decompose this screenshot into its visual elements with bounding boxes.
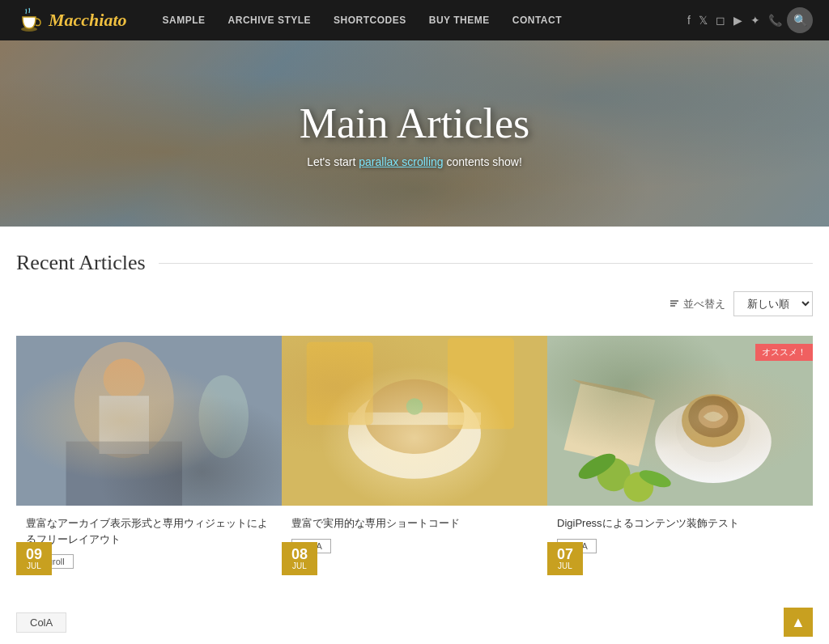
article-image-coffee: オススメ！ — [547, 336, 813, 506]
section-divider — [159, 263, 813, 264]
sort-bar: 並べ替え 新しい順 — [16, 291, 813, 316]
card-content: DigiPressによるコンテンツ装飾テスト Cat A — [547, 506, 813, 560]
svg-rect-15 — [307, 342, 373, 426]
bottom-bar: ColA ▲ — [0, 600, 829, 644]
date-month: Jul — [24, 561, 44, 570]
article-grid: 09 Jul 豊富なアーカイブ表示形式と専用ウィジェットによるフリーレイアウト … — [16, 336, 813, 575]
section-title: Recent Articles — [16, 251, 146, 275]
date-month: Jul — [290, 561, 309, 570]
article-title: 豊富で実用的な専用ショートコード — [291, 515, 538, 532]
svg-point-12 — [365, 379, 465, 454]
date-badge: 09 Jul — [16, 542, 52, 575]
svg-rect-13 — [348, 413, 481, 425]
feather-icon[interactable]: ✦ — [750, 14, 760, 27]
nav-shortcodes[interactable]: Shortcodes — [322, 15, 418, 26]
col-a-label: ColA — [16, 612, 66, 633]
svg-point-6 — [104, 358, 145, 400]
coffee-illustration — [547, 336, 813, 506]
card-content: 豊富なアーカイブ表示形式と専用ウィジェットによるフリーレイアウト Blogrol… — [16, 506, 282, 575]
svg-rect-10 — [282, 336, 547, 506]
article-card: 08 Jul 豊富で実用的な専用ショートコード Cat A — [282, 336, 547, 575]
date-day: 07 — [555, 547, 575, 561]
main-nav: Sample Archive Style Shortcodes Buy Them… — [151, 15, 680, 26]
article-title: 豊富なアーカイブ表示形式と専用ウィジェットによるフリーレイアウト — [26, 515, 272, 547]
hero-content: Main Articles Let's start parallax scrol… — [0, 40, 829, 227]
hero-section: Main Articles Let's start parallax scrol… — [0, 40, 829, 227]
date-month: Jul — [555, 561, 575, 570]
sort-icon — [669, 299, 680, 310]
svg-point-9 — [199, 375, 249, 459]
svg-marker-24 — [572, 379, 656, 400]
article-card: オススメ！ 07 Jul DigiPressによるコンテンツ装飾テスト Cat … — [547, 336, 813, 575]
svg-rect-17 — [547, 336, 813, 506]
main-content: Recent Articles 並べ替え 新しい順 — [0, 227, 829, 591]
nav-buy-theme[interactable]: Buy Theme — [418, 15, 501, 26]
nav-contact[interactable]: Contact — [501, 15, 573, 26]
hero-title: Main Articles — [300, 100, 530, 147]
instagram-icon[interactable]: ◻ — [716, 14, 725, 27]
svg-point-25 — [597, 458, 631, 491]
sort-dropdown[interactable]: 新しい順 — [733, 291, 813, 316]
svg-rect-7 — [100, 396, 150, 454]
svg-rect-8 — [66, 442, 183, 506]
svg-point-26 — [623, 472, 653, 502]
date-badge: 08 Jul — [282, 542, 317, 575]
svg-point-20 — [682, 394, 745, 447]
youtube-icon[interactable]: ▶ — [733, 14, 742, 27]
svg-point-14 — [406, 398, 423, 415]
article-card: 09 Jul 豊富なアーカイブ表示形式と専用ウィジェットによるフリーレイアウト … — [16, 336, 282, 575]
search-button[interactable]: 🔍 — [787, 7, 813, 33]
rec-badge: オススメ！ — [755, 344, 813, 361]
phone-icon[interactable]: 📞 — [768, 14, 782, 27]
scroll-top-button[interactable]: ▲ — [784, 608, 813, 637]
svg-point-5 — [74, 342, 174, 459]
article-image-man — [16, 336, 282, 506]
logo-text: Macchiato — [49, 10, 127, 31]
svg-point-27 — [575, 449, 619, 484]
svg-point-28 — [637, 467, 673, 490]
svg-point-18 — [655, 400, 772, 483]
man-illustration — [16, 336, 282, 506]
svg-point-21 — [688, 396, 738, 437]
cake-illustration — [282, 336, 547, 506]
twitter-icon[interactable]: 𝕏 — [699, 14, 708, 27]
article-title: DigiPressによるコンテンツ装飾テスト — [557, 515, 803, 532]
social-icons: f 𝕏 ◻ ▶ ✦ 📞 — [687, 14, 782, 27]
svg-point-22 — [699, 405, 729, 429]
coffee-cup-icon — [16, 7, 42, 33]
date-day: 08 — [290, 547, 309, 561]
hero-subtitle: Let's start parallax scrolling contents … — [307, 155, 522, 168]
parallax-link[interactable]: parallax scrolling — [359, 155, 443, 168]
date-day: 09 — [24, 547, 44, 561]
nav-sample[interactable]: Sample — [151, 15, 217, 26]
svg-point-19 — [676, 396, 750, 462]
nav-archive-style[interactable]: Archive Style — [217, 15, 323, 26]
svg-rect-4 — [16, 336, 282, 506]
svg-marker-23 — [564, 383, 656, 467]
date-badge: 07 Jul — [547, 542, 583, 575]
svg-rect-16 — [448, 338, 514, 430]
section-header: Recent Articles — [16, 251, 813, 275]
svg-point-11 — [348, 388, 481, 479]
logo[interactable]: Macchiato — [16, 7, 127, 33]
article-image-cake — [282, 336, 547, 506]
facebook-icon[interactable]: f — [687, 14, 691, 27]
sort-label: 並べ替え — [669, 297, 725, 311]
card-content: 豊富で実用的な専用ショートコード Cat A — [282, 506, 547, 560]
